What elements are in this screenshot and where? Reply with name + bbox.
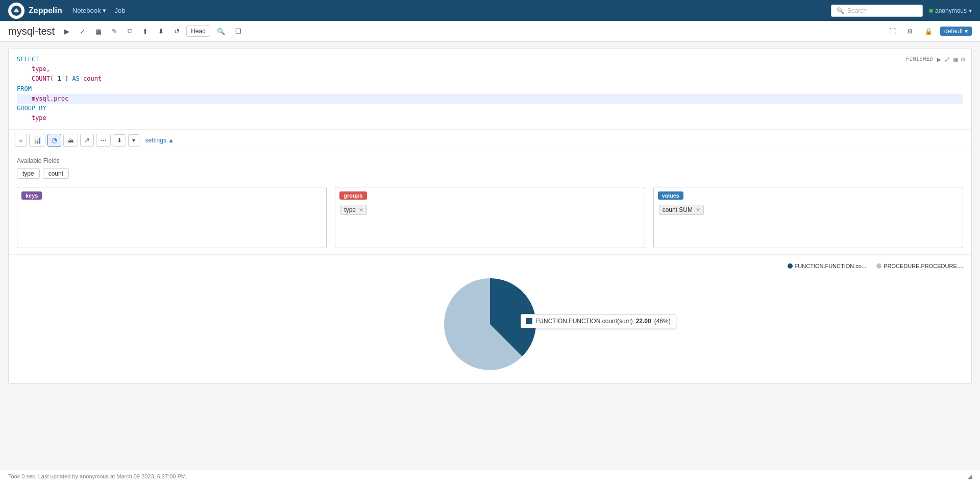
groups-section: groups type ✕ — [335, 187, 645, 248]
cell-maximize-icon[interactable]: ⤢ — [944, 54, 950, 65]
table-button[interactable]: ▦ — [92, 26, 105, 37]
svg-point-1 — [14, 9, 18, 13]
lock-button[interactable]: 🔒 — [921, 26, 936, 37]
search-notebook-button[interactable]: 🔍 — [213, 26, 229, 37]
field-tag-type[interactable]: type — [17, 168, 40, 179]
available-fields-label: Available Fields — [17, 157, 963, 164]
field-sections: keys groups type ✕ values — [17, 187, 963, 248]
bar-chart-button[interactable]: 📊 — [29, 134, 45, 147]
search-icon: 🔍 — [837, 7, 844, 14]
zeppelin-logo — [8, 3, 24, 19]
chart-legend: FUNCTION.FUNCTION.co... PROCEDURE.PROCED… — [788, 263, 963, 269]
search-box[interactable]: 🔍 Search — [831, 5, 923, 17]
page-header-right: ⛶ ⚙ 🔒 default ▾ — [886, 26, 972, 37]
job-menu-item[interactable]: Job — [114, 7, 125, 14]
page-title: mysql-test — [8, 26, 55, 37]
chart-tooltip: FUNCTION.FUNCTION.count(sum) 22.00 (46%) — [521, 314, 676, 328]
brand-name: Zeppelin — [29, 6, 62, 15]
notebook-menu-item[interactable]: Notebook ▾ — [72, 7, 107, 14]
groups-body[interactable]: type ✕ — [335, 202, 644, 243]
cell-actions: ▶ ⤢ ▦ ⚙ — [937, 54, 965, 65]
cell-grid-icon[interactable]: ▦ — [953, 54, 958, 65]
viz-toolbar: ≡ 📊 ◔ ⛰ ↗ ⋯ ⬇ ▾ settings ▲ — [9, 130, 971, 151]
legend-procedure-label: PROCEDURE.PROCEDURE.... — [884, 263, 963, 269]
paragraph-button[interactable]: ❐ — [232, 26, 245, 37]
run-button[interactable]: ▶ — [61, 26, 73, 37]
legend-procedure: PROCEDURE.PROCEDURE.... — [876, 263, 963, 269]
main-content: SELECT type, COUNT( 1 ) AS count FROM my… — [0, 42, 980, 396]
top-navigation: Zeppelin Notebook ▾ Job 🔍 Search anonymo… — [0, 0, 980, 21]
top-nav-right: 🔍 Search anonymous ▾ — [831, 5, 972, 17]
area-chart-button[interactable]: ⛰ — [63, 134, 78, 147]
head-button[interactable]: Head — [186, 26, 210, 37]
clone-button[interactable]: ⧉ — [124, 25, 136, 37]
groups-tag-type[interactable]: type ✕ — [340, 205, 367, 215]
tooltip-color-indicator — [526, 318, 532, 324]
values-tag-count-sum[interactable]: count SUM ✕ — [659, 205, 704, 215]
expand-button[interactable]: ⤢ — [76, 26, 89, 37]
user-dropdown-icon: ▾ — [969, 7, 972, 14]
chart-area: FUNCTION.FUNCTION.co... PROCEDURE.PROCED… — [9, 255, 971, 383]
tooltip-value: 22.00 — [636, 318, 651, 325]
legend-function-dot — [788, 263, 793, 269]
keys-section: keys — [17, 187, 327, 248]
cell-status-text: FINISHED — [906, 55, 933, 64]
tooltip-percent: (46%) — [654, 318, 671, 325]
table-view-button[interactable]: ≡ — [15, 134, 27, 147]
download-button[interactable]: ⬇ — [113, 134, 126, 147]
code-content: SELECT type, COUNT( 1 ) AS count FROM my… — [17, 55, 963, 123]
user-online-dot — [929, 9, 933, 13]
import-button[interactable]: ⬇ — [155, 26, 167, 37]
settings-toggle-button[interactable]: settings ▲ — [145, 137, 175, 144]
legend-procedure-dot — [876, 263, 881, 269]
page-header: mysql-test ▶ ⤢ ▦ ✎ ⧉ ⬆ ⬇ ↺ Head 🔍 ❐ ⛶ ⚙ … — [0, 21, 980, 42]
values-body[interactable]: count SUM ✕ — [654, 202, 963, 243]
legend-function: FUNCTION.FUNCTION.co... — [788, 263, 867, 269]
user-badge[interactable]: anonymous ▾ — [929, 7, 972, 14]
brand-logo-area[interactable]: Zeppelin — [8, 3, 62, 19]
tooltip-label: FUNCTION.FUNCTION.count(sum) — [535, 318, 633, 325]
groups-label: groups — [339, 191, 366, 200]
values-section: values count SUM ✕ — [653, 187, 963, 248]
field-tag-count[interactable]: count — [43, 168, 69, 179]
keys-label: keys — [21, 191, 42, 200]
groups-tag-type-remove[interactable]: ✕ — [359, 207, 363, 213]
settings-gear-button[interactable]: ⚙ — [903, 26, 917, 37]
refresh-button[interactable]: ↺ — [170, 26, 183, 37]
values-label: values — [658, 191, 683, 200]
export-button[interactable]: ⬆ — [139, 26, 152, 37]
legend-function-label: FUNCTION.FUNCTION.co... — [795, 263, 867, 269]
screen-button[interactable]: ⛶ — [886, 26, 899, 37]
keys-body[interactable] — [17, 202, 326, 243]
cell-status-area: FINISHED ▶ ⤢ ▦ ⚙ — [906, 54, 965, 65]
cell-gear-icon[interactable]: ⚙ — [961, 54, 965, 65]
settings-panel: Available Fields type count keys groups … — [9, 151, 971, 255]
scatter-chart-button[interactable]: ⋯ — [96, 134, 111, 147]
values-tag-count-sum-remove[interactable]: ✕ — [696, 207, 700, 213]
pie-chart-button[interactable]: ◔ — [47, 134, 61, 147]
notebook-cell: SELECT type, COUNT( 1 ) AS count FROM my… — [8, 48, 972, 384]
cell-code-area[interactable]: SELECT type, COUNT( 1 ) AS count FROM my… — [9, 49, 971, 130]
cell-run-icon[interactable]: ▶ — [937, 54, 941, 65]
default-badge[interactable]: default ▾ — [940, 27, 972, 36]
pie-chart: FUNCTION.FUNCTION.count(sum) 22.00 (46%) — [439, 273, 541, 375]
notebook-dropdown-icon: ▾ — [103, 7, 106, 14]
download-dropdown-button[interactable]: ▾ — [128, 134, 139, 147]
line-chart-button[interactable]: ↗ — [80, 134, 94, 147]
default-dropdown-icon: ▾ — [965, 28, 968, 35]
toolbar-icons: ▶ ⤢ ▦ ✎ ⧉ ⬆ ⬇ ↺ Head 🔍 ❐ — [61, 25, 245, 37]
available-fields-tags: type count — [17, 168, 963, 179]
top-menu: Notebook ▾ Job — [72, 7, 821, 14]
edit-button[interactable]: ✎ — [108, 26, 121, 37]
